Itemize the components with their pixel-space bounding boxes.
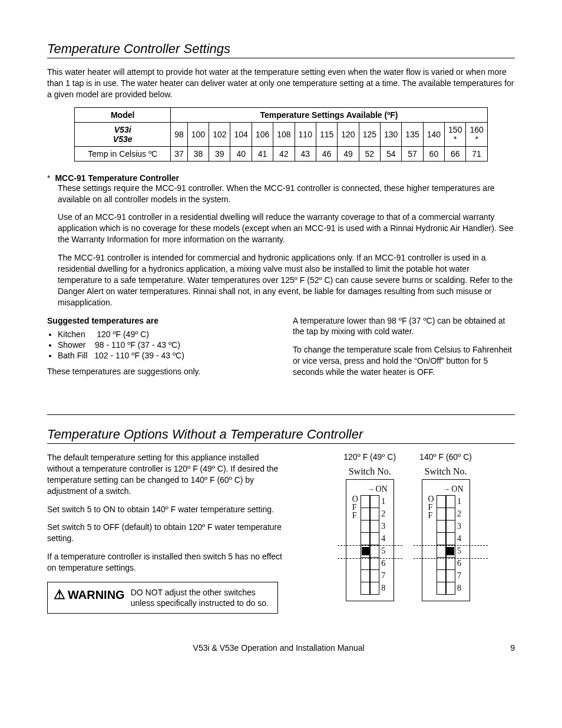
list-item: Shower 98 - 110 ºF (37 - 43 ºC) bbox=[58, 340, 269, 350]
cell-c: 40 bbox=[230, 146, 252, 161]
warning-text: DO NOT adjust the other switches unless … bbox=[131, 587, 272, 608]
cell-c: 57 bbox=[402, 146, 423, 161]
cell-f: 130 bbox=[381, 122, 402, 146]
dip-num: 6 bbox=[379, 557, 388, 570]
dip-num: 1 bbox=[455, 495, 464, 508]
warning-icon: ⚠ bbox=[54, 587, 65, 602]
cell-f: 100 bbox=[187, 122, 209, 146]
section-title-controller: Temperature Controller Settings bbox=[47, 41, 515, 58]
page-number: 9 bbox=[510, 643, 515, 653]
mix-water-note: A temperature lower than 98 ºF (37 ºC) c… bbox=[293, 315, 515, 338]
footer-title: V53i & V53e Operation and Installation M… bbox=[47, 643, 510, 653]
cell-c-label: Temp in Celsius ºC bbox=[75, 146, 171, 161]
table-row: V53i V53e 98 100 102 104 106 108 110 115… bbox=[75, 122, 488, 146]
dip-num: 2 bbox=[455, 508, 464, 521]
footnote-p: The MCC-91 controller is intended for co… bbox=[58, 252, 515, 308]
cell-f: 102 bbox=[209, 122, 230, 146]
cell-c: 52 bbox=[359, 146, 380, 161]
options-p: Set switch 5 to OFF (default) to obtain … bbox=[47, 522, 283, 544]
dip-num: 6 bbox=[455, 557, 464, 570]
warning-box: ⚠ WARNING DO NOT adjust the other switch… bbox=[47, 582, 278, 614]
cell-c: 46 bbox=[316, 146, 337, 161]
cell-c: 42 bbox=[273, 146, 295, 161]
suggested-title: Suggested temperatures are bbox=[47, 315, 269, 327]
cell-f: 120 bbox=[338, 122, 359, 146]
list-item: Kitchen 120 ºF (49º C) bbox=[58, 330, 269, 339]
cell-f: 106 bbox=[252, 122, 273, 146]
cell-c: 37 bbox=[171, 146, 188, 161]
on-label: ON bbox=[375, 485, 387, 493]
footnote-title: MCC-91 Temperature Controller bbox=[55, 173, 179, 183]
dip-num: 3 bbox=[455, 520, 464, 533]
options-p: The default temperature setting for this… bbox=[47, 452, 283, 497]
options-p: Set switch 5 to ON to obtain 140º F wate… bbox=[47, 504, 283, 515]
cell-c: 60 bbox=[423, 146, 444, 161]
dip-switch-label: Switch No. bbox=[349, 466, 391, 477]
cell-f: 140 bbox=[423, 122, 444, 146]
arrow-icon bbox=[367, 485, 375, 493]
warning-label: WARNING bbox=[68, 588, 125, 602]
cell-f: 110 bbox=[295, 122, 316, 146]
cell-c: 66 bbox=[445, 146, 466, 161]
cell-c: 71 bbox=[466, 146, 487, 161]
th-temp: Temperature Settings Available (ºF) bbox=[171, 107, 488, 122]
footnote-p: These settings require the MCC-91 contro… bbox=[58, 183, 515, 205]
dip-num: 5 bbox=[455, 545, 464, 558]
cell-f: 108 bbox=[273, 122, 295, 146]
off-label: O F F bbox=[428, 495, 434, 520]
dip-num: 7 bbox=[455, 569, 464, 582]
dip-switch-120f: 120º F (49º C) Switch No. ON O F F bbox=[343, 452, 396, 614]
dip-num: 8 bbox=[379, 582, 388, 595]
intro-text: This water heater will attempt to provid… bbox=[47, 67, 515, 100]
footnote-p: Use of an MCC-91 controller in a residen… bbox=[58, 212, 515, 245]
temperature-table: Model Temperature Settings Available (ºF… bbox=[74, 107, 488, 162]
dip-title: 140º F (60º C) bbox=[419, 452, 472, 462]
cell-c: 43 bbox=[295, 146, 316, 161]
dip-num: 4 bbox=[379, 532, 388, 545]
dip-slider bbox=[362, 547, 370, 555]
cell-f: 150 * bbox=[445, 122, 466, 146]
dip-switch-140f: 140º F (60º C) Switch No. ON O F F bbox=[419, 452, 472, 614]
dip-num: 2 bbox=[379, 508, 388, 521]
footnote-block: * MCC-91 Temperature Controller These se… bbox=[47, 173, 515, 308]
cell-f: 115 bbox=[316, 122, 337, 146]
off-label: O F F bbox=[352, 495, 358, 520]
cell-c: 54 bbox=[381, 146, 402, 161]
cell-models: V53i V53e bbox=[75, 122, 171, 146]
dip-num: 3 bbox=[379, 520, 388, 533]
table-row: Temp in Celsius ºC 37 38 39 40 41 42 43 … bbox=[75, 146, 488, 161]
scale-change-note: To change the temperature scale from Cel… bbox=[293, 344, 515, 378]
cell-f: 125 bbox=[359, 122, 380, 146]
dip-num: 7 bbox=[379, 569, 388, 582]
section-divider bbox=[47, 414, 515, 415]
cell-f: 160 * bbox=[466, 122, 487, 146]
cell-f: 135 bbox=[402, 122, 423, 146]
dip-slider bbox=[446, 547, 454, 555]
arrow-icon bbox=[443, 485, 451, 493]
dip-num: 5 bbox=[379, 545, 388, 558]
cell-f: 104 bbox=[230, 122, 252, 146]
dip-num: 8 bbox=[455, 582, 464, 595]
section-title-options: Temperature Options Without a Temperatur… bbox=[47, 427, 515, 444]
cell-c: 39 bbox=[209, 146, 230, 161]
asterisk: * bbox=[47, 173, 50, 183]
dip-title: 120º F (49º C) bbox=[343, 452, 396, 462]
dip-num: 4 bbox=[455, 532, 464, 545]
list-item: Bath Fill 102 - 110 ºF (39 - 43 ºC) bbox=[58, 351, 269, 360]
dip-switch-label: Switch No. bbox=[425, 466, 467, 477]
on-label: ON bbox=[451, 485, 463, 493]
suggested-list: Kitchen 120 ºF (49º C) Shower 98 - 110 º… bbox=[58, 330, 269, 360]
th-model: Model bbox=[75, 107, 171, 122]
dip-num: 1 bbox=[379, 495, 388, 508]
cell-f: 98 bbox=[171, 122, 188, 146]
suggested-footer: These temperatures are suggestions only. bbox=[47, 366, 269, 377]
cell-c: 38 bbox=[187, 146, 209, 161]
options-p: If a temperature controller is installed… bbox=[47, 551, 283, 574]
cell-c: 49 bbox=[338, 146, 359, 161]
cell-c: 41 bbox=[252, 146, 273, 161]
